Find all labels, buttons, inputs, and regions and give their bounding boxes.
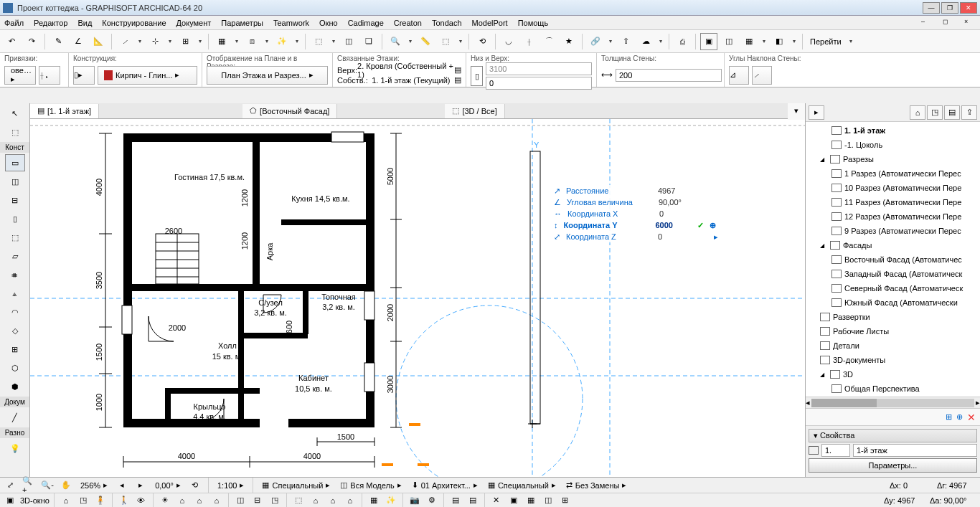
show-button[interactable]: ◫ bbox=[340, 33, 357, 50]
model-filter[interactable]: Вся Модель bbox=[350, 481, 394, 490]
measure-button[interactable]: 📐 bbox=[90, 33, 107, 50]
sb-house3-icon[interactable]: ⌂ bbox=[192, 494, 207, 507]
pen-set[interactable]: 01 Архитект... bbox=[421, 481, 471, 490]
sb-house4-icon[interactable]: ⌂ bbox=[209, 494, 224, 507]
nav3-button[interactable]: ▦ bbox=[740, 33, 758, 50]
menu-teamwork[interactable]: Teamwork bbox=[273, 19, 309, 27]
layer-combo[interactable]: Специальный bbox=[272, 481, 323, 490]
top-height-field[interactable] bbox=[486, 62, 592, 75]
suspend-button[interactable]: ⬚ bbox=[310, 33, 327, 50]
print-button[interactable]: ⎙ bbox=[674, 33, 691, 50]
nav-item[interactable]: 11 Разрез (Автоматически Пере bbox=[806, 195, 980, 209]
story-name-field[interactable] bbox=[853, 444, 977, 457]
sb-layouts-icon[interactable]: ▤ bbox=[466, 494, 480, 507]
story-number-field[interactable] bbox=[821, 444, 850, 457]
menu-design[interactable]: Конструирование bbox=[102, 19, 166, 27]
section-design[interactable]: Конст bbox=[0, 142, 29, 153]
properties-header[interactable]: ▾ Свойства bbox=[809, 429, 977, 442]
nav-item[interactable]: ◢Фасады bbox=[806, 238, 980, 252]
display-mode-button[interactable]: План Этажа и Разрез...▸ bbox=[207, 66, 328, 85]
sb-camset-icon[interactable]: ⚙ bbox=[425, 494, 439, 507]
zoom-in-button[interactable]: 🔍+ bbox=[22, 479, 36, 492]
close-button[interactable]: ✕ bbox=[960, 2, 977, 14]
mdi-close[interactable]: × bbox=[964, 18, 976, 28]
nav-item[interactable]: 12 Разрез (Автоматически Пере bbox=[806, 209, 980, 224]
menu-cadimage[interactable]: Cadimage bbox=[348, 19, 384, 27]
goto-label[interactable]: Перейти bbox=[807, 37, 844, 46]
next-zoom-button[interactable]: ▸ bbox=[133, 479, 148, 492]
bottom-height-field[interactable] bbox=[486, 77, 592, 90]
sb-x4-icon[interactable]: ◫ bbox=[541, 494, 555, 507]
3d-window-label[interactable]: 3D-окно bbox=[20, 496, 50, 505]
tab-elevation[interactable]: ⬠ [Восточный Фасад] bbox=[242, 104, 337, 118]
slab-tool[interactable]: ▱ bbox=[5, 247, 25, 265]
column-tool[interactable]: ▯ bbox=[5, 210, 25, 227]
wall-type-button[interactable]: ▯▸ bbox=[73, 66, 95, 85]
nav-item[interactable]: Западный Фасад (Автоматическ bbox=[806, 267, 980, 281]
zoom-out-button[interactable]: 🔍- bbox=[40, 479, 55, 492]
grid-button[interactable]: ▦ bbox=[213, 33, 230, 50]
material-button[interactable]: Кирпич - Глин...▸ bbox=[98, 66, 197, 85]
nav-item[interactable]: Детали bbox=[806, 338, 980, 353]
nav-item[interactable]: Северный Фасад (Автоматическ bbox=[806, 281, 980, 295]
sb-elev-icon[interactable]: ◫ bbox=[233, 494, 248, 507]
grid-snap-button[interactable]: ⊞ bbox=[176, 33, 194, 50]
sb-cut1-icon[interactable]: ⬚ bbox=[291, 494, 306, 507]
nav-item[interactable]: Общая Перспектива bbox=[806, 382, 980, 396]
nav-item[interactable]: -1. Цоколь bbox=[806, 138, 980, 152]
tab-3d[interactable]: ⬚ [3D / Все] bbox=[445, 104, 504, 118]
sb-render1-icon[interactable]: ▦ bbox=[367, 494, 381, 507]
nav-layout-book[interactable]: ▤ bbox=[944, 105, 960, 120]
sb-render2-icon[interactable]: ✨ bbox=[384, 494, 398, 507]
sb-camera-icon[interactable]: 📷 bbox=[407, 494, 422, 507]
nav-item[interactable]: 10 Разрез (Автоматически Пере bbox=[806, 181, 980, 195]
nav1-button[interactable]: ▣ bbox=[700, 33, 717, 50]
redo-button[interactable]: ↷ bbox=[23, 33, 40, 50]
link-button[interactable]: 🔗 bbox=[587, 33, 604, 50]
navigator-tree[interactable]: 1. 1-й этаж-1. Цоколь◢Разрезы1 Разрез (А… bbox=[806, 122, 980, 397]
nav-item[interactable]: 9 Разрез (Автоматически Перес bbox=[806, 224, 980, 238]
sb-cut2-icon[interactable]: ⌂ bbox=[308, 494, 323, 507]
menu-help[interactable]: Помощь bbox=[518, 19, 549, 27]
nav4-button[interactable]: ◧ bbox=[771, 33, 788, 50]
arc-button[interactable]: ◡ bbox=[500, 33, 517, 50]
menu-tondach[interactable]: Tondach bbox=[432, 19, 462, 27]
stair-tool[interactable]: ⩩ bbox=[5, 266, 25, 283]
sb-walk-icon[interactable]: 🚶 bbox=[117, 494, 131, 507]
sb-house1-icon[interactable]: ⌂ bbox=[59, 494, 73, 507]
undo-button[interactable]: ↶ bbox=[3, 33, 20, 50]
sb-person-icon[interactable]: 🧍 bbox=[93, 494, 108, 507]
menu-view[interactable]: Вид bbox=[77, 19, 92, 27]
share-button[interactable]: ⇪ bbox=[617, 33, 634, 50]
arrow-tool[interactable]: ↖ bbox=[5, 105, 25, 122]
menu-modelport[interactable]: ModelPort bbox=[472, 19, 508, 27]
orientation-value[interactable]: 0,00° bbox=[155, 481, 174, 490]
sb-sun-icon[interactable]: ☀ bbox=[158, 494, 172, 507]
magic-button[interactable]: ✨ bbox=[273, 33, 291, 50]
cloud-button[interactable]: ☁ bbox=[637, 33, 654, 50]
pan-button[interactable]: ✋ bbox=[59, 479, 73, 492]
menu-options[interactable]: Параметры bbox=[221, 19, 263, 27]
nav-item[interactable]: 3D-документы bbox=[806, 353, 980, 367]
fav-button[interactable]: ★ bbox=[560, 33, 578, 50]
ruler-button[interactable]: 📏 bbox=[417, 33, 434, 50]
nav2-button[interactable]: ◫ bbox=[720, 33, 738, 50]
angle1-button[interactable]: ⊿ bbox=[729, 66, 749, 85]
nav-item[interactable]: Восточный Фасад (Автоматичес bbox=[806, 252, 980, 267]
nav-popup-button[interactable]: ▸ bbox=[809, 105, 824, 120]
rotate-button[interactable]: ⟲ bbox=[188, 479, 202, 492]
grav-button[interactable]: ⧈ bbox=[243, 33, 260, 50]
tab-floor-plan[interactable]: ▤ [1. 1-й этаж] bbox=[30, 104, 99, 118]
nav-publisher[interactable]: ⇪ bbox=[961, 105, 977, 120]
sb-x1-icon[interactable]: ✕ bbox=[489, 494, 504, 507]
line-tool[interactable]: ╱ bbox=[5, 409, 25, 426]
skylight-tool[interactable]: ◇ bbox=[5, 322, 25, 339]
tracker-button[interactable]: ⬚ bbox=[437, 33, 454, 50]
nav-view-map[interactable]: ◳ bbox=[927, 105, 943, 120]
tab-menu-button[interactable]: ▾ bbox=[788, 103, 805, 120]
maximize-button[interactable]: ❐ bbox=[941, 2, 958, 14]
minimize-button[interactable]: — bbox=[923, 2, 940, 14]
mdi-minimize[interactable]: – bbox=[921, 18, 933, 28]
sb-explore-icon[interactable]: 👁 bbox=[134, 494, 149, 507]
sb-x3-icon[interactable]: ▦ bbox=[524, 494, 538, 507]
